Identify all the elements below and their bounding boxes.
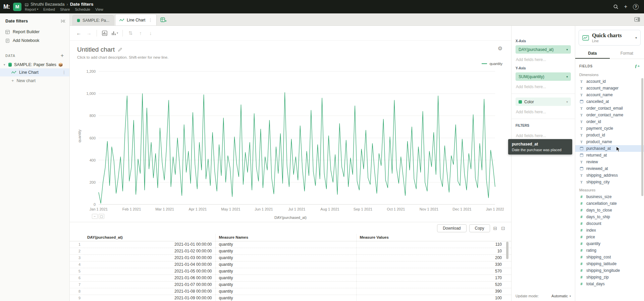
workspace-avatar[interactable]: M [13,3,21,11]
field-cancelled_at[interactable]: cancelled_at [575,98,644,105]
resize-handle[interactable]: •••••• [282,222,299,224]
table-scrollbar[interactable] [506,242,508,259]
field-days_to_ship[interactable]: #days_to_ship [575,214,644,220]
menu-report[interactable]: Report▾ [25,7,38,11]
sidebar-item-line-chart[interactable]: Line Chart ⋮ [0,68,69,76]
column-header[interactable]: Measure Names [215,234,356,241]
color-section-pill[interactable]: Color ▾ [516,98,571,106]
quick-charts-dropdown[interactable]: Quick charts Line ▾ [579,30,641,46]
y-axis-field-pill[interactable]: SUM(quantity) ▾ [516,72,571,81]
move-down-icon[interactable]: ↓ [146,28,156,38]
help-icon[interactable]: ? [633,4,639,10]
tab-format[interactable]: Format [610,48,644,59]
table-row[interactable]: 92021-01-09 00:00:00quantity100 [70,295,511,301]
fields-scrollbar[interactable] [641,78,643,196]
download-button[interactable]: Download [437,224,466,232]
field-shipping_latitude[interactable]: #shipping_latitude [575,260,644,267]
move-up-icon[interactable]: ↑ [136,28,146,38]
breadcrumb-user[interactable]: Shruthi Bezawada [31,2,64,7]
sidebar-item-report-builder[interactable]: Report Builder [0,27,69,36]
edit-title-icon[interactable] [118,48,122,52]
field-review[interactable]: Treview [575,159,644,165]
field-rating[interactable]: #rating [575,247,644,254]
field-product_id[interactable]: Tproduct_id [575,132,644,138]
field-shipping_longitude[interactable]: #shipping_longitude [575,267,644,274]
field-account_id[interactable]: Taccount_id [575,78,644,85]
x-axis-dropzone[interactable]: Add fields here... [516,54,571,66]
update-mode-dropdown[interactable]: Automatic ▾ [551,294,571,298]
field-shipping_address[interactable]: Tshipping_address [575,172,644,179]
table-cell: 170 [356,275,511,281]
field-business_size[interactable]: #business_size [575,193,644,200]
field-shipping_zip[interactable]: #shipping_zip [575,274,644,281]
toggle-right-panel-icon[interactable] [634,13,640,25]
dataset-row[interactable]: ▾ SAMPLE: Paper Sales 📦 [0,61,69,68]
collapse-table-icon[interactable]: ⊟ [493,226,498,231]
field-cancellation_rate[interactable]: #cancellation_rate [575,200,644,207]
search-icon[interactable] [613,4,619,9]
column-header[interactable]: Measure Values [356,234,511,241]
menu-embed[interactable]: Embed [43,7,55,11]
sort-icon[interactable]: ⇅ [125,28,136,38]
collapse-sidebar-icon[interactable] [61,19,65,23]
chart-title[interactable]: Untitled chart [77,46,115,53]
table-row[interactable]: 52021-01-05 00:00:00quantity570 [70,268,511,275]
chart-settings-gear-icon[interactable]: ⚙ [498,45,502,52]
tab-sample-paper-sales[interactable]: SAMPLE: Pa... [72,15,114,25]
y-axis-dropzone[interactable]: Add fields here... [516,81,571,94]
field-product_name[interactable]: Tproduct_name [575,138,644,145]
field-returned_at[interactable]: returned_at [575,152,644,159]
field-price[interactable]: #price [575,234,644,240]
field-shipping_city[interactable]: Tshipping_city [575,179,644,185]
zoom-out-button[interactable]: − [92,214,98,219]
field-days_to_close[interactable]: #days_to_close [575,207,644,214]
field-order_contact_name[interactable]: Torder_contact_name [575,112,644,118]
field-quantity[interactable]: #quantity [575,240,644,247]
field-shipping_cost[interactable]: #shipping_cost [575,254,644,260]
mode-logo[interactable]: M: [3,3,10,10]
field-purchased_at[interactable]: purchased_at [575,145,644,152]
chart-description[interactable]: Click to add chart description. Shift-en… [77,55,504,59]
tab-menu-icon[interactable]: ⋮ [148,18,152,22]
expand-table-icon[interactable]: ⊡ [500,226,506,231]
table-row[interactable]: 82021-01-08 00:00:00quantity390 [70,288,511,295]
table-row[interactable]: 62021-01-06 00:00:00quantity170 [70,275,511,281]
redo-icon[interactable]: → [84,28,94,38]
field-reviewed_at[interactable]: reviewed_at [575,165,644,172]
column-header[interactable]: DAY(purchased_at) [84,234,215,241]
new-tab-button[interactable] [158,15,169,24]
add-icon[interactable]: + [624,4,627,10]
zoom-reset-button[interactable]: ▢ [99,214,104,219]
chart-plot[interactable]: quantity 02004006008001,0001,200Jan 1 20… [77,67,504,213]
table-row[interactable]: 42021-01-04 00:00:00quantity330 [70,261,511,268]
field-order_id[interactable]: Torder_id [575,118,644,125]
copy-button[interactable]: Copy [469,224,490,232]
menu-view[interactable]: View [95,7,103,11]
add-data-icon[interactable]: + [61,53,64,58]
x-axis-field-pill[interactable]: DAY(purchased_at) ▾ [516,45,571,54]
field-total_days[interactable]: #total_days [575,281,644,287]
item-menu-icon[interactable]: ⋮ [62,70,66,75]
color-dropzone[interactable]: Add fields here... [516,106,571,119]
table-row[interactable]: 32021-01-03 00:00:00quantity200 [70,254,511,261]
table-row[interactable]: 22021-01-02 00:00:00quantity10 [70,248,511,254]
chart-view-icon[interactable] [100,28,110,38]
field-index[interactable]: #index [575,227,644,234]
field-account_name[interactable]: Taccount_name [575,92,644,98]
field-order_contact_email[interactable]: Torder_contact_email [575,105,644,112]
tab-line-chart[interactable]: Line Chart ⋮ [115,14,157,25]
field-payment_cycle[interactable]: Tpayment_cycle [575,125,644,132]
menu-schedule[interactable]: Schedule [75,7,90,11]
caret-down-icon[interactable]: ▾ [3,63,6,66]
tab-data[interactable]: Data [575,48,610,59]
menu-share[interactable]: Share [60,7,70,11]
new-chart-button[interactable]: + New chart [0,76,69,85]
undo-icon[interactable]: ← [74,28,84,38]
field-discount[interactable]: #discount [575,220,644,227]
chart-type-dropdown-icon[interactable]: ▾ [110,28,120,38]
table-row[interactable]: 12021-01-01 00:00:00quantity110 [70,241,511,248]
field-account_manager[interactable]: Taccount_manager [575,85,644,92]
add-formula-field-icon[interactable]: ƒ+ [635,63,640,69]
sidebar-item-add-notebook[interactable]: Add Notebook [0,36,69,45]
table-row[interactable]: 72021-01-07 00:00:00quantity520 [70,281,511,288]
